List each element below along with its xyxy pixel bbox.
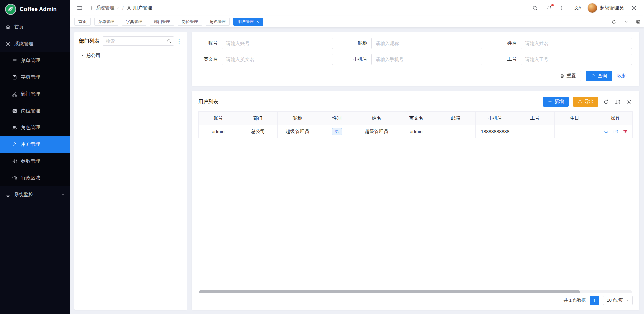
tab-label: 角色管理 xyxy=(210,19,226,25)
tab-dictionary-management[interactable]: 字典管理 xyxy=(122,18,146,26)
refresh-icon xyxy=(603,99,609,105)
brand-name: Coffee Admin xyxy=(20,6,57,13)
page-1-button[interactable]: 1 xyxy=(590,296,599,305)
work-column: 账号 昵称 姓名 英文名 xyxy=(192,32,639,310)
sidebar-item-label: 首页 xyxy=(14,24,24,30)
caret-right-icon[interactable] xyxy=(80,54,84,57)
edit-user-button[interactable] xyxy=(613,129,619,134)
id-badge-icon xyxy=(12,108,17,114)
sidebar-collapse-button[interactable] xyxy=(76,4,84,12)
department-search-input[interactable] xyxy=(103,36,164,46)
sidebar-item-user-management[interactable]: 用户管理 xyxy=(0,136,70,153)
delete-user-button[interactable] xyxy=(622,129,628,134)
tab-label: 岗位管理 xyxy=(182,19,198,25)
department-more-button[interactable]: ⋮ xyxy=(176,36,182,46)
list-icon xyxy=(12,58,17,63)
filter-panel: 账号 昵称 姓名 英文名 xyxy=(192,32,639,86)
add-user-button[interactable]: 新增 xyxy=(543,97,569,107)
department-search-button[interactable] xyxy=(164,36,174,46)
account-input[interactable] xyxy=(222,38,333,49)
user-menu[interactable]: 超级管理员 xyxy=(587,3,624,13)
global-search-button[interactable] xyxy=(531,4,539,12)
filter-field-phone: 手机号 xyxy=(348,54,483,65)
cell-birthday xyxy=(555,125,594,138)
sidebar-item-dictionary-management[interactable]: 字典管理 xyxy=(0,69,70,86)
add-button-label: 新增 xyxy=(554,99,564,105)
sidebar-submenu-system: 菜单管理 字典管理 部门管理 岗位管理 角色管理 xyxy=(0,52,70,186)
cell-english-name: admin xyxy=(396,125,436,138)
plus-icon xyxy=(548,99,552,104)
roles-icon xyxy=(12,125,17,130)
sidebar-group-system[interactable]: 系统管理 xyxy=(0,36,70,52)
breadcrumb-label: 系统管理 xyxy=(96,5,114,11)
user-icon xyxy=(127,6,131,10)
row-height-button[interactable] xyxy=(614,98,621,105)
filter-field-account: 账号 xyxy=(199,38,333,49)
tab-user-management[interactable]: 用户管理 xyxy=(233,18,263,26)
page-size-select[interactable]: 10 条/页 xyxy=(603,296,633,305)
horizontal-scrollbar-thumb[interactable] xyxy=(199,290,580,293)
tree-node-root[interactable]: 总公司 xyxy=(79,51,182,61)
fullscreen-icon xyxy=(561,5,567,11)
cell-gender: 男 xyxy=(317,125,357,138)
tab-department-management[interactable]: 部门管理 xyxy=(150,18,174,26)
sidebar-group-monitor[interactable]: 系统监控 xyxy=(0,186,70,203)
work-no-input[interactable] xyxy=(521,54,632,65)
search-icon xyxy=(591,74,596,78)
tab-home[interactable]: 首页 xyxy=(74,18,91,26)
close-tab-icon[interactable] xyxy=(256,20,259,23)
tab-menu-management[interactable]: 菜单管理 xyxy=(94,18,118,26)
column-header: 账号 xyxy=(199,112,238,125)
tab-position-management[interactable]: 岗位管理 xyxy=(178,18,202,26)
org-tree-icon xyxy=(12,91,17,97)
chevron-down-icon xyxy=(624,19,629,24)
column-header: 英文名 xyxy=(396,112,436,125)
search-button[interactable]: 查询 xyxy=(586,71,612,81)
collapse-filter-link[interactable]: 收起 xyxy=(617,73,632,79)
sidebar-item-menu-management[interactable]: 菜单管理 xyxy=(0,52,70,69)
avatar xyxy=(587,3,597,13)
sidebar-item-admin-region[interactable]: 行政区域 xyxy=(0,170,70,186)
translate-icon[interactable]: 文A xyxy=(574,5,581,11)
cell-phone: 18888888888 xyxy=(476,125,515,138)
view-user-button[interactable] xyxy=(603,129,609,134)
field-label: 手机号 xyxy=(348,56,367,62)
sidebar-item-label: 部门管理 xyxy=(21,91,40,97)
brand[interactable]: Coffee Admin xyxy=(0,0,70,19)
reset-button[interactable]: 重置 xyxy=(555,71,581,81)
sidebar-group-label: 系统管理 xyxy=(14,41,33,47)
sidebar-item-department-management[interactable]: 部门管理 xyxy=(0,86,70,103)
user-table-zone: 账号 部门 昵称 性别 姓名 英文名 邮箱 手机号 工号 生日 xyxy=(198,111,633,293)
cell-nickname: 超级管理员 xyxy=(278,125,317,138)
edit-icon xyxy=(613,129,618,134)
department-tree: 总公司 xyxy=(79,51,182,61)
name-input[interactable] xyxy=(521,38,632,49)
export-button[interactable]: 导出 xyxy=(573,97,598,107)
tab-options-button[interactable] xyxy=(620,16,632,27)
sidebar-item-position-management[interactable]: 岗位管理 xyxy=(0,103,70,119)
sidebar-item-label: 参数管理 xyxy=(21,158,40,164)
sidebar-item-home[interactable]: 首页 xyxy=(0,19,70,36)
breadcrumb-item-current[interactable]: 用户管理 xyxy=(127,5,152,11)
content-fullscreen-button[interactable] xyxy=(632,16,644,27)
phone-input[interactable] xyxy=(371,54,483,65)
tab-role-management[interactable]: 角色管理 xyxy=(206,18,230,26)
sidebar-item-parameter-management[interactable]: 参数管理 xyxy=(0,153,70,170)
export-button-label: 导出 xyxy=(584,99,594,105)
english-name-input[interactable] xyxy=(222,54,333,65)
table-row[interactable]: admin 总公司 超级管理员 男 超级管理员 admin 1888888888… xyxy=(199,125,633,138)
notifications-button[interactable] xyxy=(545,4,553,12)
refresh-page-button[interactable] xyxy=(608,16,620,27)
refresh-table-button[interactable] xyxy=(603,98,610,105)
fullscreen-button[interactable] xyxy=(560,4,568,12)
nickname-input[interactable] xyxy=(371,38,483,49)
field-label: 英文名 xyxy=(199,56,218,62)
sidebar-item-label: 字典管理 xyxy=(21,74,40,80)
sidebar-item-role-management[interactable]: 角色管理 xyxy=(0,119,70,136)
breadcrumb-item-system[interactable]: 系统管理 xyxy=(89,5,119,11)
column-header: 性别 xyxy=(317,112,357,125)
settings-button[interactable] xyxy=(630,4,638,12)
open-tabs: 首页 菜单管理 字典管理 部门管理 岗位管理 角色管理 用户管理 xyxy=(74,18,608,26)
column-header: 邮箱 xyxy=(436,112,476,125)
table-settings-button[interactable] xyxy=(626,98,633,105)
